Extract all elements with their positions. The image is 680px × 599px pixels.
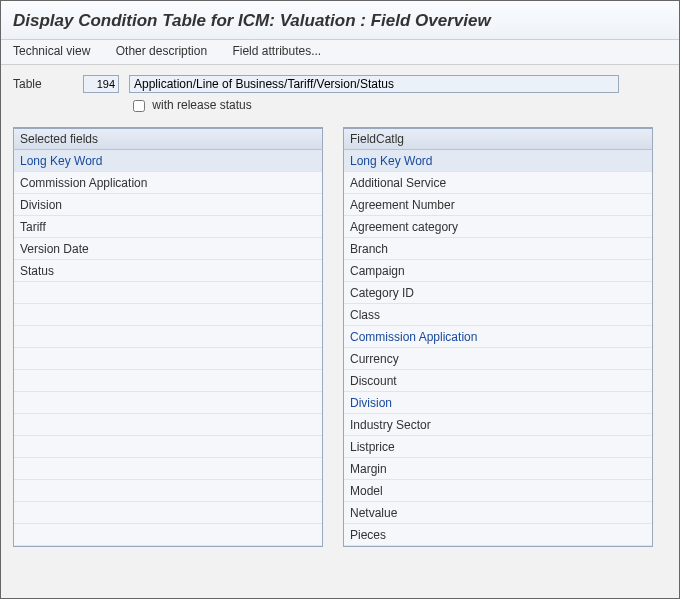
list-item[interactable]: Division: [14, 194, 322, 216]
table-name-field[interactable]: [129, 75, 619, 93]
release-status-label: with release status: [152, 98, 251, 112]
list-item-empty: [14, 392, 322, 414]
list-item-empty: [14, 502, 322, 524]
list-item-empty: [14, 348, 322, 370]
list-item[interactable]: Commission Application: [14, 172, 322, 194]
selected-fields-header-row[interactable]: Long Key Word: [14, 150, 322, 172]
list-item[interactable]: Category ID: [344, 282, 652, 304]
list-item[interactable]: Branch: [344, 238, 652, 260]
list-item[interactable]: Listprice: [344, 436, 652, 458]
table-number-field[interactable]: [83, 75, 119, 93]
list-item[interactable]: Division: [344, 392, 652, 414]
list-item[interactable]: Netvalue: [344, 502, 652, 524]
list-item[interactable]: Agreement category: [344, 216, 652, 238]
list-item-empty: [14, 370, 322, 392]
page-title: Display Condition Table for ICM: Valuati…: [1, 1, 679, 40]
panels: Selected fields Long Key Word Commission…: [1, 127, 679, 559]
list-item-empty: [14, 282, 322, 304]
list-item[interactable]: Version Date: [14, 238, 322, 260]
list-item-empty: [14, 458, 322, 480]
selected-fields-panel: Selected fields Long Key Word Commission…: [13, 127, 323, 547]
list-item[interactable]: Campaign: [344, 260, 652, 282]
list-item[interactable]: Industry Sector: [344, 414, 652, 436]
list-item-empty: [14, 480, 322, 502]
selected-fields-title: Selected fields: [13, 128, 323, 150]
list-item[interactable]: Model: [344, 480, 652, 502]
list-item-empty: [14, 414, 322, 436]
field-catalog-body: Long Key Word Additional ServiceAgreemen…: [343, 150, 653, 547]
list-item[interactable]: Currency: [344, 348, 652, 370]
list-item[interactable]: Agreement Number: [344, 194, 652, 216]
menu-other-description[interactable]: Other description: [116, 44, 207, 58]
list-item[interactable]: Class: [344, 304, 652, 326]
table-label: Table: [13, 77, 83, 91]
list-item[interactable]: Tariff: [14, 216, 322, 238]
list-item-empty: [14, 304, 322, 326]
selected-fields-body: Long Key Word Commission ApplicationDivi…: [13, 150, 323, 547]
release-status-checkbox[interactable]: [133, 100, 145, 112]
list-item[interactable]: Margin: [344, 458, 652, 480]
list-item-empty: [14, 524, 322, 546]
list-item-empty: [14, 326, 322, 348]
list-item[interactable]: Pieces: [344, 524, 652, 546]
list-item-empty: [14, 436, 322, 458]
menubar: Technical view Other description Field a…: [1, 40, 679, 65]
field-catalog-header-row[interactable]: Long Key Word: [344, 150, 652, 172]
list-item[interactable]: Commission Application: [344, 326, 652, 348]
list-item[interactable]: Additional Service: [344, 172, 652, 194]
menu-technical-view[interactable]: Technical view: [13, 44, 90, 58]
list-item[interactable]: Status: [14, 260, 322, 282]
menu-field-attributes[interactable]: Field attributes...: [232, 44, 321, 58]
list-item[interactable]: Discount: [344, 370, 652, 392]
field-catalog-panel: FieldCatlg Long Key Word Additional Serv…: [343, 127, 653, 547]
work-area: Table with release status: [1, 65, 679, 115]
field-catalog-title: FieldCatlg: [343, 128, 653, 150]
